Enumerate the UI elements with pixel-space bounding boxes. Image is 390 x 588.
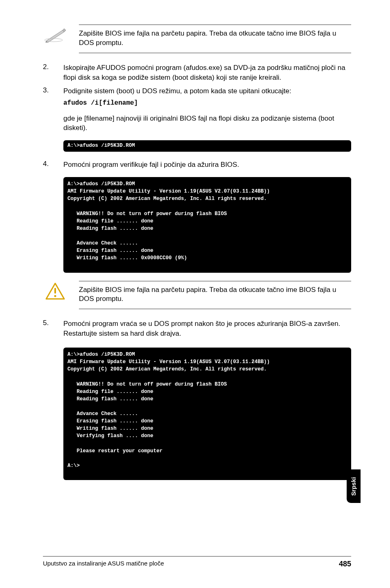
step-2: 2. Iskopirajte AFUDOS pomoćni program (a… [43, 63, 351, 83]
step-number: 4. [43, 160, 53, 168]
language-label: Srpski [350, 477, 357, 496]
page-footer: Uputstvo za instaliranje ASUS matične pl… [43, 556, 351, 568]
step-body: Iskopirajte AFUDOS pomoćni program (afud… [63, 63, 351, 83]
step-number: 3. [43, 86, 53, 94]
note-block-2: Zapišite BIOS ime fajla na parčetu papir… [43, 281, 351, 310]
svg-rect-1 [54, 288, 56, 294]
terminal-output-3: A:\>afudos /iP5K3D.ROM AMI Firmware Upda… [63, 348, 351, 480]
step-4: 4. Pomoćni program verifikuje fajl i poč… [43, 160, 351, 170]
note-text-2: Zapišite BIOS ime fajla na parčetu papir… [79, 281, 351, 310]
step-3-explain: gde je [filename] najnoviji ili original… [63, 114, 351, 133]
step-3: 3. Podignite sistem (boot) u DOS režimu,… [43, 86, 351, 108]
step-number: 5. [43, 319, 53, 327]
note-block-1: Zapišite BIOS ime fajla na parčetu papir… [43, 25, 351, 53]
step-3-text: Podignite sistem (boot) u DOS režimu, a … [63, 86, 351, 96]
step-body: Podignite sistem (boot) u DOS režimu, a … [63, 86, 351, 108]
footer-title: Uputstvo za instaliranje ASUS matične pl… [43, 560, 164, 568]
step-body: Pomoćni program vraća se u DOS prompt na… [63, 319, 351, 339]
language-side-tab: Srpski [347, 469, 361, 503]
pencil-note-icon [43, 25, 67, 43]
step-body: Pomoćni program verifikuje fajl i počinj… [63, 160, 351, 170]
page: Zapišite BIOS ime fajla na parčetu papir… [0, 0, 390, 588]
terminal-output-2: A:\>afudos /iP5K3D.ROM AMI Firmware Upda… [63, 177, 351, 272]
step-5: 5. Pomoćni program vraća se u DOS prompt… [43, 319, 351, 339]
note-text-1: Zapišite BIOS ime fajla na parčetu papir… [79, 25, 351, 53]
step-number: 2. [43, 63, 53, 71]
page-number: 485 [339, 560, 351, 568]
terminal-output-1: A:\>afudos /iP5K3D.ROM [63, 140, 351, 152]
svg-point-2 [54, 295, 56, 297]
warning-icon [43, 281, 67, 300]
step-3-command: afudos /i[filename] [63, 99, 351, 108]
